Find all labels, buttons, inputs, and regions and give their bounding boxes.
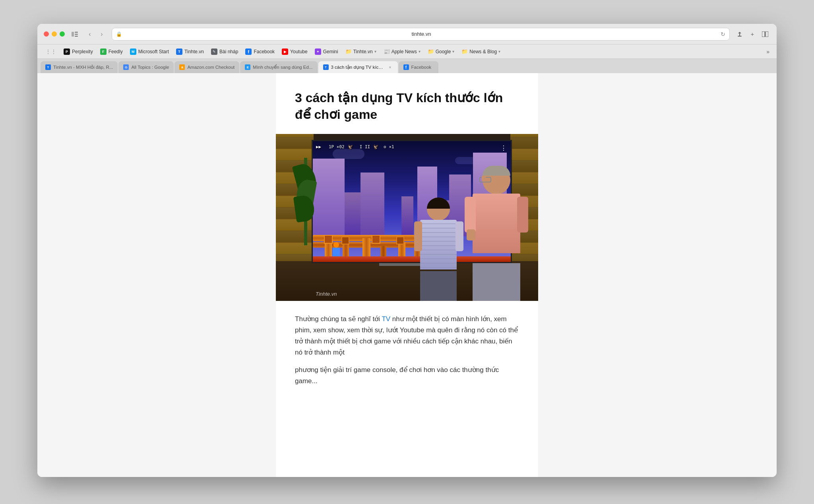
article-paragraph-1: Thường chúng ta sẽ nghĩ tới TV như một t… [295,314,519,358]
back-button[interactable]: ‹ [85,29,95,39]
image-watermark: Tinhte.vn [316,291,337,297]
url-favicon-icon: 🔒 [116,31,122,37]
tab-current[interactable]: T 3 cách tận dụng TV kích th... × [318,61,398,73]
bookmarks-more-button[interactable]: » [764,47,772,56]
bookmark-google[interactable]: 📁 Google ▾ [424,47,458,56]
bookmark-facebook[interactable]: f Facebook [242,47,278,56]
bookmark-gemini[interactable]: ✦ Gemini [312,47,341,56]
url-bar[interactable]: 🔒 tinhte.vn ↻ [112,28,730,41]
bookmark-facebook-label: Facebook [254,49,275,54]
tinhte-folder-chevron-icon: ▾ [374,49,376,54]
url-text: tinhte.vn [125,31,717,37]
tab-topics[interactable]: G All Topics : Google [118,61,174,73]
bookmark-grid-icon[interactable]: ⋮⋮ [42,47,60,56]
reload-button[interactable]: ↻ [721,31,725,37]
share-button[interactable] [735,29,745,39]
split-view-button[interactable] [760,29,770,39]
article-paragraph-2: phương tiện giải trí game console, để ch… [295,364,519,387]
game-dots-menu[interactable]: ⋮ [500,144,508,152]
bookmark-apple-news-label: Apple News [391,49,417,54]
bookmark-news-blog[interactable]: 📁 News & Blog ▾ [458,47,504,56]
person1-figure [413,198,465,301]
title-bar: ‹ › 🔒 tinhte.vn ↻ + [37,24,777,45]
bookmark-feedly-label: Feedly [109,49,123,54]
forward-button[interactable]: › [97,29,107,39]
close-button[interactable] [44,31,49,37]
photo-background: ▶▶ 1P ×02 🦅 I II 🦅 ⊙ ×1 ⋮ [276,134,538,301]
nav-buttons: ‹ › [85,29,107,39]
bookmark-microsoft-start[interactable]: M Microsoft Start [127,47,172,56]
bookmark-tinhte-folder[interactable]: 📁 Tinhte.vn ▾ [342,47,380,56]
tabs-bar: T Tinhte.vn - MXH Hỏi đáp, R... G All To… [37,59,777,73]
bookmark-tinhte[interactable]: T Tinhte.vn [173,47,207,56]
bookmark-msstart-label: Microsoft Start [138,49,169,54]
tab-tinhte-title: Tinhte.vn - MXH Hỏi đáp, R... [53,64,113,70]
bookmarks-bar: ⋮⋮ P Perplexity F Feedly M Microsoft Sta… [37,45,777,59]
svg-rect-3 [75,36,78,37]
game-fast-forward: ▶▶ [316,144,321,149]
bookmark-gemini-label: Gemini [323,49,338,54]
apple-news-chevron-icon: ▾ [419,49,421,54]
bookmark-google-label: Google [436,49,451,54]
traffic-lights [44,31,65,37]
svg-rect-0 [72,32,74,37]
svg-rect-1 [75,32,78,33]
tab-facebook[interactable]: f Facebook [399,61,438,73]
article-title: 3 cách tận dụng TV kích thước lớn để chơ… [276,73,538,134]
tab-current-title: 3 cách tận dụng TV kích th... [331,64,385,70]
bookmark-news-blog-label: News & Blog [469,49,497,54]
svg-rect-4 [738,36,742,37]
bookmark-bai-nhap-label: Bài nháp [219,49,238,54]
article-tv-link[interactable]: TV [382,315,390,323]
article-body: Thường chúng ta sẽ nghĩ tới TV như một t… [276,301,538,406]
article-container: 3 cách tận dụng TV kích thước lớn để chơ… [276,73,538,477]
tab-close-button[interactable]: × [388,64,393,70]
sidebar-toggle-button[interactable] [70,29,80,39]
page-content: 3 cách tận dụng TV kích thước lớn để chơ… [37,73,777,477]
person2-figure [463,166,530,301]
title-bar-actions: + [735,29,770,39]
tab-topics-title: All Topics : Google [131,65,169,70]
svg-rect-6 [766,31,768,37]
tab-amazon[interactable]: a Amazon.com Checkout [174,61,239,73]
tab-minh-chuyen-title: Mình chuyển sang dùng Ed... [253,64,312,70]
svg-rect-5 [762,31,765,37]
new-tab-button[interactable]: + [747,29,758,39]
tab-amazon-title: Amazon.com Checkout [187,65,235,70]
bookmark-tinhte-folder-label: Tinhte.vn [353,49,373,54]
bookmark-youtube-label: Youtube [290,49,308,54]
game-score-display: 1P ×02 🦅 I II 🦅 ⊙ ×1 [329,144,394,149]
tab-facebook-title: Facebook [411,65,434,70]
tab-minh-chuyen[interactable]: E Mình chuyển sang dùng Ed... [240,61,317,73]
browser-window: ‹ › 🔒 tinhte.vn ↻ + [37,24,777,477]
bookmark-tinhte-label: Tinhte.vn [184,49,204,54]
tab-tinhte[interactable]: T Tinhte.vn - MXH Hỏi đáp, R... [41,61,118,73]
maximize-button[interactable] [60,31,65,37]
news-blog-chevron-icon: ▾ [498,49,500,54]
decorative-plant [299,158,313,245]
google-chevron-icon: ▾ [452,49,454,54]
bookmark-feedly[interactable]: F Feedly [97,47,126,56]
svg-rect-2 [75,34,78,35]
minimize-button[interactable] [52,31,57,37]
bookmark-bai-nhap[interactable]: ✎ Bài nháp [208,47,241,56]
bookmark-apple-news[interactable]: 📰 Apple News ▾ [380,47,424,56]
bookmark-perplexity-label: Perplexity [72,49,93,54]
bookmark-perplexity[interactable]: P Perplexity [60,47,96,56]
article-image: ▶▶ 1P ×02 🦅 I II 🦅 ⊙ ×1 ⋮ [276,134,538,301]
bookmark-youtube[interactable]: ▶ Youtube [279,47,311,56]
